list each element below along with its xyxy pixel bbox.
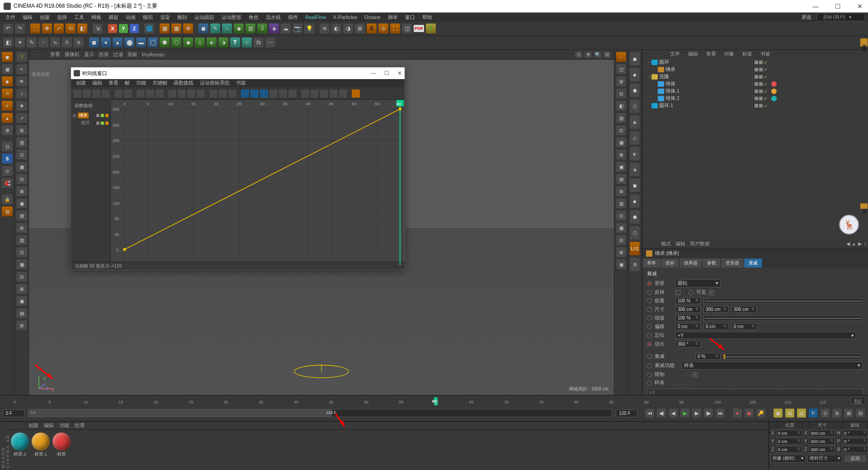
tl-menu[interactable]: 关键帧 xyxy=(150,80,170,87)
transport-next[interactable]: ▶ xyxy=(692,408,702,418)
tlb-9[interactable] xyxy=(155,89,164,98)
vp-nav-1[interactable]: ⊙ xyxy=(575,51,583,58)
rs1-4[interactable]: ⊟ xyxy=(616,88,627,99)
window-close[interactable]: ✕ xyxy=(855,3,864,10)
tlb-5[interactable] xyxy=(114,89,123,98)
viewport-3d[interactable]: 透视视图 y x z 网格间距 : 1000 cm xyxy=(29,60,614,395)
spline-pen[interactable]: ✎ xyxy=(210,23,221,34)
tlb-c1[interactable] xyxy=(269,89,278,98)
anim-dot[interactable] xyxy=(647,372,652,377)
lt-12[interactable]: ⊠ xyxy=(16,186,28,197)
range-scrubber[interactable]: 0 F 120 F xyxy=(28,409,612,417)
generator-array[interactable]: ▥ xyxy=(245,23,256,34)
rotate-tool[interactable]: ⟲ xyxy=(65,23,76,34)
gen-5[interactable]: ⬖ xyxy=(206,37,217,48)
enable-toggle[interactable]: ✓ xyxy=(764,74,768,80)
tlb-2[interactable] xyxy=(82,89,91,98)
scale-tool[interactable]: ⤢ xyxy=(53,23,64,34)
enable-toggle[interactable]: ✓ xyxy=(764,60,768,66)
vis-render[interactable] xyxy=(759,61,763,64)
falloff-slider[interactable] xyxy=(723,354,863,359)
object-row[interactable]: 球体.2 ✓ xyxy=(642,95,868,102)
pos-field[interactable]: 0 cm⇅ xyxy=(776,438,802,445)
workplane[interactable]: ⊞ xyxy=(16,125,28,136)
vp-nav-4[interactable]: ⊞ xyxy=(603,51,611,58)
last-tool[interactable]: ◧ xyxy=(77,23,88,34)
tlb-d3[interactable] xyxy=(320,89,329,98)
vis-render[interactable] xyxy=(759,68,763,71)
snap-1[interactable]: ⊡ xyxy=(1,141,13,152)
t2-1[interactable]: ◧ xyxy=(3,37,14,48)
slice-field[interactable]: 360 °⇅ xyxy=(675,341,701,348)
shape-select[interactable]: 圆柱▾ xyxy=(675,279,721,287)
mode-point[interactable]: ⠿ xyxy=(1,88,13,99)
anim-dot-keyed[interactable] xyxy=(647,342,652,347)
t2-5[interactable]: ∿ xyxy=(50,37,61,48)
gen-1[interactable]: ⬢ xyxy=(159,37,170,48)
rot-field[interactable]: 0 °⇅ xyxy=(842,446,868,453)
menu-item[interactable]: 网格 xyxy=(89,13,104,22)
key-x4[interactable]: ⊟ xyxy=(855,408,865,418)
expand-icon[interactable]: − xyxy=(647,74,651,80)
off-y[interactable]: 0 cm⇅ xyxy=(703,323,729,330)
key-r[interactable]: ▥ xyxy=(797,408,807,418)
rs1-2[interactable]: ◫ xyxy=(616,64,627,75)
tag-2[interactable]: ◑ xyxy=(343,23,354,34)
vis-editor[interactable] xyxy=(755,61,758,64)
transport-play[interactable]: ▶ xyxy=(680,408,690,418)
anim-dot[interactable] xyxy=(647,307,652,312)
deformer[interactable]: ◈ xyxy=(269,23,279,34)
lt-16[interactable]: ▥ xyxy=(16,235,28,245)
size-field[interactable]: 600 cm⇅ xyxy=(809,430,835,437)
anim-dot[interactable] xyxy=(647,354,652,359)
snap-3[interactable]: ⊙ xyxy=(1,165,13,176)
mat-tab[interactable]: 功能 xyxy=(59,423,69,429)
pos-field[interactable]: 0 cm⇅ xyxy=(776,446,802,453)
t2-3[interactable]: ✎ xyxy=(26,37,37,48)
clamp-checkbox[interactable]: ✓ xyxy=(693,372,698,377)
attr-up[interactable]: ▴ xyxy=(853,241,855,247)
tl-maximize[interactable]: ☐ xyxy=(384,70,389,76)
prim-plane[interactable]: ▬ xyxy=(136,37,146,48)
lt-17[interactable]: ⊡ xyxy=(16,247,28,258)
vp-tab[interactable]: 摄像机 xyxy=(65,52,80,58)
material-tag[interactable] xyxy=(771,96,777,101)
menu-item[interactable]: 窗口 xyxy=(402,13,418,22)
enable-toggle[interactable]: ✓ xyxy=(764,103,768,109)
rs1-12[interactable]: ⊞ xyxy=(616,186,627,197)
vp-tab[interactable]: 显示 xyxy=(84,52,94,58)
vis-editor[interactable] xyxy=(755,82,758,86)
vp-tab[interactable]: 选项 xyxy=(99,52,108,58)
fx-button[interactable]: fx xyxy=(253,37,264,48)
lt-9[interactable]: ⊡ xyxy=(16,149,28,160)
size-z[interactable]: 300 cm⇅ xyxy=(731,306,757,313)
size-y[interactable]: 300 cm⇅ xyxy=(703,306,729,313)
arrow2[interactable]: ↗ xyxy=(16,113,28,123)
camera[interactable]: 📷 xyxy=(292,23,303,34)
attr-subtab[interactable]: 参数 xyxy=(703,258,721,268)
weight-field[interactable]: 100 %⇅ xyxy=(675,297,701,304)
falloff-field[interactable]: 0 %⇅ xyxy=(695,353,721,360)
lt-18[interactable]: ▦ xyxy=(16,259,28,270)
vp-tab[interactable]: 面板 xyxy=(127,52,137,58)
attr-fwd[interactable]: ▶ xyxy=(858,241,862,247)
menu-item[interactable]: 帮助 xyxy=(420,13,435,22)
lt-15[interactable]: ⊞ xyxy=(16,222,28,233)
vis-render[interactable] xyxy=(759,97,763,100)
t2-7[interactable]: ≡ xyxy=(73,37,84,48)
gen-6[interactable]: ⬗ xyxy=(218,37,229,48)
anim-dot[interactable] xyxy=(689,290,693,295)
tlb-c2[interactable] xyxy=(278,89,288,98)
object-row[interactable]: 圆环.1 ✓ xyxy=(642,102,868,109)
menu-plugin[interactable]: RealFlow xyxy=(302,14,329,21)
menu-item[interactable]: 渲染 xyxy=(157,13,173,22)
coord-mode-1[interactable]: 对象 (相对)▾ xyxy=(770,455,806,463)
mat-tab[interactable]: 纹理 xyxy=(75,423,85,429)
tl-menu[interactable]: 功能 xyxy=(134,80,148,87)
coord-apply[interactable]: 应用 xyxy=(844,455,867,463)
vp-tab[interactable]: 过滤 xyxy=(113,52,123,58)
lock-btn[interactable]: 🔒 xyxy=(1,194,13,205)
prim-cube[interactable]: ◼ xyxy=(89,37,99,48)
falloff-spline-graph[interactable]: 1.0 0.8 0.6 0.4 xyxy=(647,389,863,395)
rot-field[interactable]: 0 °⇅ xyxy=(842,430,868,437)
